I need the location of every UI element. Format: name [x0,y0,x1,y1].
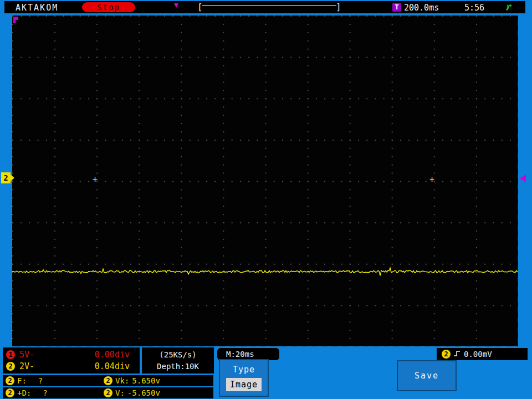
measure-f-label: F: [17,376,27,385]
waveform-display: + + [12,16,518,346]
record-window-bracket-right: ] [336,2,341,12]
measure-d-label: +D: [17,388,31,397]
main-timebase-readout: M:20ms [217,348,279,360]
measure-vk-value: 5.650v [132,376,160,385]
measure-vk-badge: 2 [104,376,112,385]
oscilloscope-frame: AKTAKOM Stop [ ] T 200.0ms 5:56 + + 2 1 [0,0,532,399]
measurement-row-2: 2 +D: ? 2 V:-5.650v [3,387,213,398]
type-button-value: Image [226,378,262,391]
measure-vk-label: Vk: [115,376,129,385]
record-window-bracket-left: [ [197,2,203,12]
acquisition-status-badge: Stop [82,2,135,12]
trigger-timebase-readout: 200.0ms [404,3,439,13]
save-button[interactable]: Save [397,360,457,391]
trigger-source-badge: 2 [442,350,451,359]
measure-v-label: V: [115,388,125,397]
measure-v-badge: 2 [104,388,112,397]
channel1-badge: 1 [6,350,15,359]
measure-f-value: ? [38,376,43,385]
channel1-offset: 0.00div [95,350,130,360]
channel2-position-label: 2 [3,173,8,182]
type-button-label: Type [220,365,268,375]
channel2-offset: 0.04div [95,361,130,371]
channel2-scale: 2V- [19,361,34,371]
measure-d-badge: 2 [6,388,14,397]
trigger-position-pointer-icon [174,3,178,8]
channel2-badge: 2 [6,362,15,371]
measure-f-badge: 2 [6,376,14,385]
clock: 5:56 [464,3,484,13]
measure-duty: 2 +D: ? [3,388,104,397]
type-button[interactable]: Type Image [219,359,269,397]
trigger-icon: T [392,3,401,12]
record-window-line [202,5,336,6]
measure-v-value: -5.650v [127,388,160,397]
brand-logo: AKTAKOM [16,3,58,13]
top-status-bar: AKTAKOM Stop [ ] T 200.0ms 5:56 [4,1,525,13]
channel1-scale: 5V- [19,350,34,360]
memory-depth-readout: Depth:10K [157,362,199,371]
trace-ch2 [12,16,518,346]
channel2-position-marker: 2 [1,172,11,183]
acquisition-info-panel: (25KS/s) Depth:10K [142,347,214,374]
channel-readout-panel: 1 5V- 0.00div 2 2V- 0.04div [3,347,140,374]
usb-device-icon [504,3,513,12]
measure-v: 2 V:-5.650v [104,388,160,397]
measure-d-value: ? [43,388,47,397]
rising-edge-icon [453,349,461,360]
sample-rate-readout: (25KS/s) [159,350,196,359]
channel2-readout: 2 2V- 0.04div [6,361,130,372]
trigger-level-marker-icon [520,175,526,182]
measure-frequency: 2 F: ? [3,376,104,385]
measure-vk: 2 Vk:5.650v [104,376,160,385]
trigger-level-readout: 2 0.00mV [437,348,528,360]
channel1-readout: 1 5V- 0.00div [6,349,130,360]
trigger-level-value: 0.00mV [464,350,492,359]
measurement-row-1: 2 F: ? 2 Vk:5.650v [3,375,213,386]
